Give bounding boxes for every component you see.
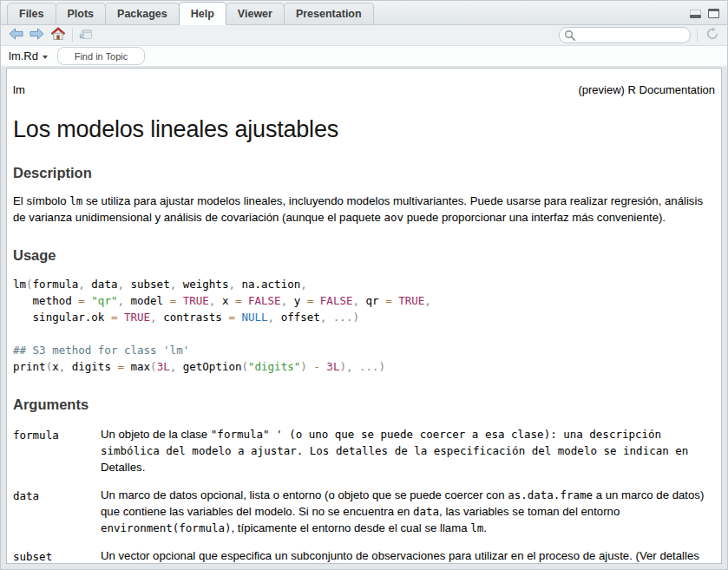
section-heading-description: Description [13,165,715,181]
forward-button[interactable] [30,27,44,44]
text-segment: 3L [326,360,339,373]
find-in-topic-input[interactable] [57,47,145,65]
text-segment [313,294,320,307]
pane-tabbar: Files Plots Packages Help Viewer Present… [1,1,727,25]
text-segment: TRUE [183,294,209,307]
code-line: ## S3 method for class 'lm' [13,342,715,358]
text-segment: data [413,505,439,518]
back-button[interactable] [9,27,23,44]
text-segment: = [117,360,124,373]
argument-term: formula [13,426,101,475]
tab-files[interactable]: Files [7,3,56,24]
text-segment: environment(formula) [101,521,232,534]
section-heading-usage: Usage [13,247,715,264]
text-segment: ), ...) [339,360,385,373]
search-icon [564,29,576,42]
text-segment: Un objeto de la clase [101,428,211,441]
argument-term: data [13,487,101,536]
search-input[interactable] [559,27,691,43]
page-title: Los modelos lineales ajustables [13,116,715,143]
text-segment: , [268,311,281,324]
tab-packages[interactable]: Packages [105,3,180,24]
text-segment: "digits" [248,360,300,373]
text-segment: , ...) [320,311,359,324]
text-segment [241,294,248,307]
refresh-icon [705,27,719,44]
show-in-new-window-button[interactable] [79,27,93,44]
home-icon [50,27,66,43]
text-segment: digits [72,360,118,373]
code-line: lm(formula, data, subset, weights, na.ac… [13,276,715,292]
text-segment: , [59,360,72,373]
help-search [559,27,691,43]
text-segment: Un marco de datos opcional, lista o ento… [101,488,508,501]
doc-context-label: lm [13,83,25,96]
text-segment: , [78,278,91,291]
text-segment: lm [470,521,483,534]
help-toolbar [1,25,727,46]
text-segment: NULL [241,311,267,324]
text-segment: FALSE [320,294,353,307]
home-button[interactable] [50,27,66,44]
text-segment: puede proporcionar una interfaz más conv… [403,211,666,224]
text-segment: , [352,294,365,307]
popout-window-icon [79,28,93,43]
usage-code-block: lm(formula, data, subset, weights, na.ac… [13,276,715,375]
text-segment: 3L [157,360,170,373]
argument-definition: Un objeto de la clase "formula" ' (o uno… [101,426,715,475]
text-segment: as.data.frame [508,488,593,501]
topic-file-dropdown[interactable]: lm.Rd [9,49,48,62]
text-segment: print [13,360,46,373]
minimize-pane-icon[interactable] [690,10,701,18]
argument-row: subsetUn vector opcional que especifica … [13,547,715,564]
tab-help[interactable]: Help [179,2,226,25]
tab-viewer[interactable]: Viewer [226,3,285,24]
text-segment: = [78,294,85,307]
topic-bar: lm.Rd [1,46,727,66]
description-paragraph: El símbolo lm se utiliza para ajustar mo… [13,193,715,226]
text-segment: = [228,311,235,324]
text-segment: x [222,294,235,307]
text-segment: Un vector opcional que especifica un sub… [101,549,699,564]
tab-plots[interactable]: Plots [56,3,107,24]
text-segment: , [170,278,183,291]
text-segment: ( [150,360,157,373]
text-segment [176,294,183,307]
text-segment: , [209,294,222,307]
refresh-button[interactable] [705,27,719,44]
text-segment: contrasts [163,311,228,324]
back-arrow-icon [9,28,23,43]
argument-definition: Un vector opcional que especifica un sub… [101,547,715,564]
arguments-table: formulaUn objeto de la clase "formula" '… [13,426,715,564]
pane-window-controls [690,9,719,18]
text-segment: lm [13,278,26,291]
tab-presentation[interactable]: Presentation [284,3,374,24]
text-segment: , las variables se toman del entorno [439,505,620,518]
text-segment: TRUE [124,311,150,324]
argument-definition: Un marco de datos opcional, lista o ento… [101,487,715,536]
text-segment: , [117,278,130,291]
topic-file-label: lm.Rd [9,49,38,62]
text-segment: singular.ok [13,311,111,324]
text-segment: , [424,294,431,307]
doc-header: lm (preview) R Documentation [13,83,715,96]
text-segment: data [91,278,117,291]
text-segment: aov [384,211,403,224]
argument-row: formulaUn objeto de la clase "formula" '… [13,426,715,475]
text-segment: x [52,360,59,373]
text-segment: lm [69,194,82,207]
chevron-down-icon [43,56,48,59]
section-heading-arguments: Arguments [13,396,715,413]
text-segment: getOption [183,360,242,373]
help-pane: Files Plots Packages Help Viewer Present… [0,0,728,570]
text-segment: , [150,311,163,324]
help-content: lm (preview) R Documentation Los modelos… [6,68,722,564]
text-segment: - [313,360,320,373]
text-segment [117,311,124,324]
text-segment: y [294,294,307,307]
maximize-pane-icon[interactable] [708,9,719,18]
doc-type-label: (preview) R Documentation [578,83,715,96]
text-segment: El símbolo [13,194,69,207]
argument-term: subset [13,547,101,564]
text-segment: , [281,294,294,307]
